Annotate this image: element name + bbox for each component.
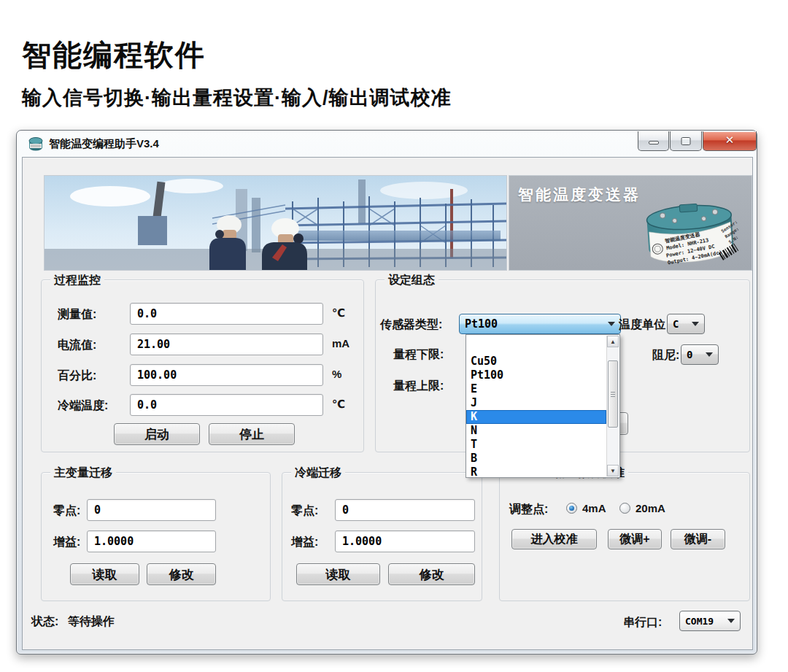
scroll-up-icon[interactable]: ▲ [607,336,619,347]
radio-option-4ma[interactable]: 4mA [566,502,606,514]
banner-product-title: 智能温度变送器 [518,185,641,205]
dropdown-item[interactable]: T [466,438,606,452]
status-label-text: 状态: [31,615,58,627]
sensor-type-label: 传感器类型: [380,317,442,333]
measured-value-unit: ℃ [332,306,345,320]
damping-combobox[interactable]: 0 [681,344,719,365]
page-subheading: 输入信号切换·输出量程设置·输入/输出调试校准 [22,85,451,111]
primary-modify-button[interactable]: 修改 [147,563,216,585]
scrollbar-thumb[interactable] [608,360,618,428]
fine-tune-minus-button[interactable]: 微调- [671,529,725,549]
cold-junction-unit: ℃ [332,398,345,411]
radio-icon [566,503,577,514]
current-value-input[interactable] [130,333,323,355]
percentage-label: 百分比: [58,368,96,384]
group-title: 过程监控 [50,273,104,288]
adjust-point-label: 调整点: [509,502,548,517]
percentage-input[interactable] [130,364,323,386]
cold-junction-label: 冷端温度: [58,398,108,414]
range-high-label: 量程上限: [393,379,444,394]
stop-button[interactable]: 停止 [209,423,295,445]
dropdown-item[interactable]: J [466,396,606,410]
sensor-type-combobox[interactable]: Pt100 [459,314,621,334]
maximize-button[interactable] [670,131,702,151]
radio-icon [619,503,630,514]
temp-unit-combobox[interactable]: C [667,314,705,334]
start-button[interactable]: 启动 [114,423,200,445]
serial-port-value: COM19 [685,616,714,627]
sensor-type-value: Pt100 [465,317,498,331]
cold-zero-input[interactable] [335,499,475,521]
sensor-type-dropdown: Cu50Pt100EJKNTBR ▲ ▼ [466,334,620,478]
app-window: 智能温变编程助手V3.4 ✕ [16,130,757,654]
chevron-down-icon [706,352,713,357]
primary-zero-label: 零点: [53,503,80,519]
damping-label: 阻尼: [652,348,679,363]
transmitter-image: 智能温度变送器 Model: NHR-213 Power: 12~40V DC … [632,194,749,269]
current-value-label: 电流值: [58,338,96,353]
dropdown-item[interactable]: B [466,452,606,466]
damping-value: 0 [687,349,692,360]
close-button[interactable]: ✕ [703,131,757,151]
group-title: 主变量迁移 [50,466,116,481]
primary-read-button[interactable]: 读取 [70,563,139,585]
scrollbar-grip-icon [611,392,615,397]
primary-gain-label: 增益: [53,535,80,550]
primary-gain-input[interactable] [87,530,216,552]
banner-product-panel: 智能温度变送器 [509,176,752,270]
client-area: 智能温度变送器 [22,157,753,650]
serial-port-label: 串行口: [623,615,662,630]
group-title: 冷端迁移 [291,466,345,481]
cold-modify-button[interactable]: 修改 [388,563,475,585]
current-value-unit: mA [332,337,349,349]
sensor-type-listbox: Cu50Pt100EJKNTBR [466,336,606,476]
percentage-unit: % [332,368,341,380]
measured-value-input[interactable] [130,303,323,325]
minimize-icon [649,141,659,144]
maximize-icon [681,137,691,145]
radio-label: 20mA [636,502,665,514]
minimize-button[interactable] [638,131,669,151]
chevron-down-icon [608,322,615,326]
app-icon [28,136,44,152]
status-value: 等待操作 [68,615,115,627]
enter-calibration-button[interactable]: 进入校准 [511,529,597,549]
dropdown-item[interactable]: Pt100 [466,368,606,382]
group-title: 设定组态 [385,273,439,288]
dropdown-item[interactable]: K [466,410,606,424]
temp-unit-label: 温度单位 [619,317,665,333]
radio-option-20ma[interactable]: 20mA [619,502,665,514]
dropdown-item[interactable]: E [466,382,606,396]
primary-zero-input[interactable] [87,499,216,521]
serial-port-combobox[interactable]: COM19 [679,611,741,631]
banner-photo [45,176,506,270]
window-title: 智能温变编程助手V3.4 [49,137,159,151]
dropdown-item[interactable]: R [466,466,606,476]
chevron-down-icon [692,322,699,326]
dropdown-scrollbar[interactable]: ▲ ▼ [606,336,619,476]
measured-value-label: 测量值: [58,307,96,323]
cold-zero-label: 零点: [291,503,318,519]
status-label: 状态: 等待操作 [31,614,115,630]
close-icon: ✕ [703,134,756,147]
scroll-down-icon[interactable]: ▼ [607,465,619,476]
dropdown-item[interactable]: Cu50 [466,355,606,368]
temp-unit-value: C [673,318,679,330]
cold-gain-input[interactable] [335,530,475,552]
dropdown-item[interactable] [466,336,606,355]
radio-label: 4mA [582,502,606,514]
cold-read-button[interactable]: 读取 [296,563,380,585]
fine-tune-plus-button[interactable]: 微调+ [608,529,662,549]
cold-junction-input[interactable] [130,394,323,416]
page-heading: 智能编程软件 [22,35,206,75]
chevron-down-icon [727,619,735,623]
range-low-label: 量程下限: [393,347,444,363]
title-bar: 智能温变编程助手V3.4 ✕ [17,131,757,157]
dropdown-item[interactable]: N [466,424,606,438]
cold-gain-label: 增益: [291,535,318,550]
